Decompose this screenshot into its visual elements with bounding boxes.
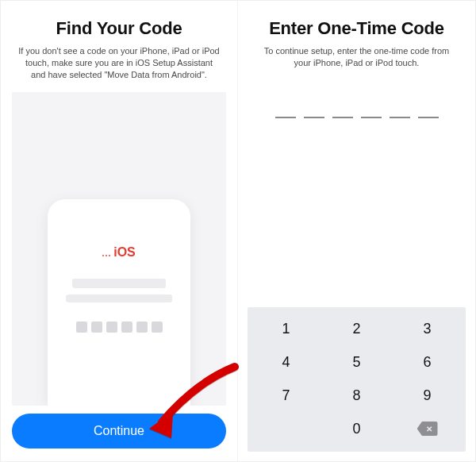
key-8[interactable]: 8 [321,379,392,412]
key-2[interactable]: 2 [321,312,392,345]
enter-code-panel: Enter One-Time Code To continue setup, e… [238,1,475,461]
key-6[interactable]: 6 [392,345,463,379]
backspace-icon [417,422,438,436]
move-to-ios-logo: iOS [102,245,136,260]
key-4[interactable]: 4 [251,345,321,379]
continue-button[interactable]: Continue [12,414,226,449]
enter-code-title: Enter One-Time Code [248,18,466,39]
key-3[interactable]: 3 [392,312,463,345]
placeholder-bar [72,279,166,288]
ios-brand-text: iOS [113,245,136,260]
key-empty [251,412,321,445]
code-input-slots[interactable] [248,102,466,118]
key-0[interactable]: 0 [321,412,392,445]
iphone-illustration: iOS [48,199,190,406]
key-9[interactable]: 9 [392,379,463,412]
key-5[interactable]: 5 [321,345,392,379]
numeric-keypad: 1 2 3 4 5 6 7 8 9 0 [248,307,466,452]
illustration-area: iOS [12,92,226,406]
key-1[interactable]: 1 [251,312,321,345]
find-code-subtitle: If you don't see a code on your iPhone, … [18,45,220,81]
code-placeholder-squares [76,321,163,333]
find-code-title: Find Your Code [10,18,228,39]
enter-code-subtitle: To continue setup, enter the one-time co… [255,45,458,69]
key-backspace[interactable] [392,412,463,445]
find-code-panel: Find Your Code If you don't see a code o… [1,1,238,461]
key-7[interactable]: 7 [251,379,321,412]
placeholder-bar [66,295,172,302]
